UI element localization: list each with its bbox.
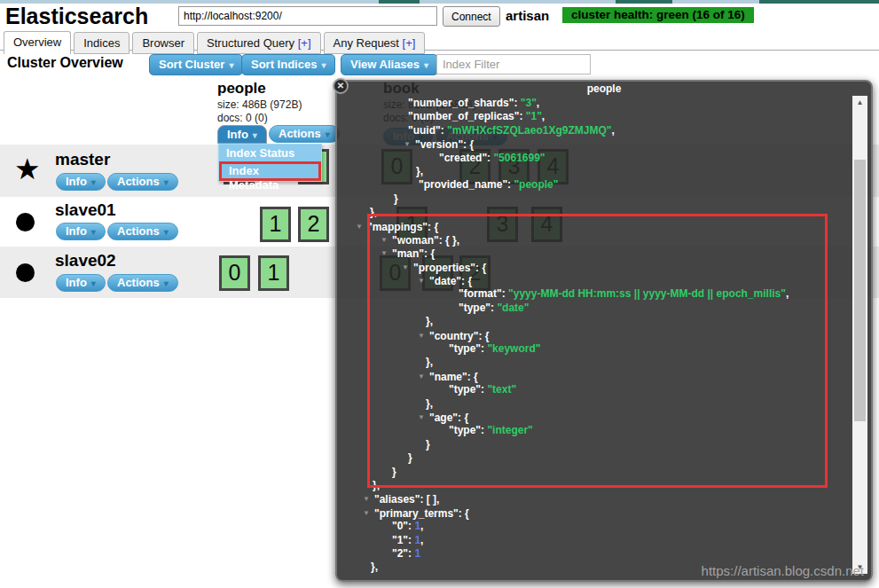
json-string: "people" bbox=[514, 178, 558, 191]
people-info-button[interactable]: Info▾ bbox=[217, 125, 267, 144]
strip-segment bbox=[759, 0, 879, 4]
chevron-down-icon: ▾ bbox=[253, 130, 257, 140]
json-line: "1": 1, bbox=[349, 534, 848, 547]
sort-indices-button[interactable]: Sort Indices▾ bbox=[241, 54, 335, 75]
json-text: } bbox=[408, 451, 412, 464]
tab-label: Overview bbox=[13, 35, 61, 49]
modal-scrollbar[interactable]: ▲ ▼ bbox=[852, 96, 867, 574]
collapse-arrow-icon[interactable]: ▼ bbox=[402, 261, 413, 274]
json-line: "type": "date" bbox=[349, 302, 848, 315]
tab-indices[interactable]: Indices bbox=[74, 32, 129, 54]
slave02-info-button[interactable]: Info▾ bbox=[56, 274, 106, 292]
json-line: }, bbox=[349, 315, 848, 328]
json-text: "version" bbox=[415, 138, 463, 151]
tab-label: Browser bbox=[142, 36, 184, 50]
json-line: }, bbox=[349, 479, 848, 492]
strip-segment bbox=[616, 0, 672, 4]
json-text: "type" bbox=[449, 342, 481, 355]
json-text: : { bbox=[478, 330, 489, 342]
connect-button[interactable]: Connect bbox=[443, 6, 500, 27]
shard-box-people-2[interactable]: 2 bbox=[298, 207, 329, 242]
page-title: Cluster Overview bbox=[7, 55, 123, 71]
json-line: ▼"primary_terms": { bbox=[349, 506, 848, 520]
node-name-slave01[interactable]: slave01 bbox=[55, 200, 116, 220]
info-dropdown-menu: Index Status Index Metadata bbox=[218, 144, 322, 182]
node-name-slave02[interactable]: slave02 bbox=[55, 251, 116, 270]
index-docs-people: docs: 0 (0) bbox=[217, 112, 268, 124]
collapse-arrow-icon[interactable]: ▼ bbox=[418, 370, 429, 383]
chevron-down-icon: ▾ bbox=[91, 177, 96, 187]
json-line: "2": 1 bbox=[349, 547, 848, 561]
modal-title: people bbox=[337, 82, 871, 95]
json-text: : { bbox=[461, 275, 472, 287]
actions-label: Actions bbox=[117, 224, 160, 238]
collapse-arrow-icon[interactable]: ▼ bbox=[365, 575, 376, 576]
node-name-master[interactable]: master bbox=[55, 150, 110, 169]
json-text: : { bbox=[458, 412, 468, 424]
json-string: "1" bbox=[526, 110, 542, 122]
tab-structured-query[interactable]: Structured Query [+] bbox=[197, 32, 320, 54]
json-string: "5061699" bbox=[493, 152, 545, 164]
tab-any-request[interactable]: Any Request [+] bbox=[324, 32, 426, 54]
master-actions-button[interactable]: Actions▾ bbox=[107, 173, 178, 191]
tab-overview[interactable]: Overview bbox=[4, 31, 71, 54]
json-line: "uuid": "mWHXcfSZQLaeo1Xg9ZMJMQ", bbox=[349, 124, 848, 137]
scrollbar-thumb[interactable] bbox=[854, 160, 866, 421]
tab-browser[interactable]: Browser bbox=[132, 32, 194, 54]
json-text: : { bbox=[428, 221, 438, 233]
collapse-arrow-icon[interactable]: ▼ bbox=[418, 274, 429, 287]
json-text: : { bbox=[463, 138, 474, 151]
json-line: ▼"date": { bbox=[349, 274, 848, 287]
json-line: "format": "yyyy-MM-dd HH:mm:ss || yyyy-M… bbox=[349, 287, 848, 301]
view-aliases-button[interactable]: View Aliases▾ bbox=[341, 54, 438, 75]
collapse-arrow-icon[interactable]: ▼ bbox=[381, 233, 392, 247]
json-line: }, bbox=[349, 206, 848, 219]
json-string: "keyword" bbox=[487, 342, 540, 355]
close-icon[interactable]: ✕ bbox=[333, 78, 349, 94]
json-line: "0": 1, bbox=[349, 520, 848, 533]
json-text: } bbox=[394, 192, 398, 205]
sort-cluster-button[interactable]: Sort Cluster▾ bbox=[149, 54, 243, 75]
collapse-arrow-icon[interactable]: ▼ bbox=[356, 220, 367, 233]
host-url-input[interactable] bbox=[178, 6, 437, 26]
json-text: "provided_name" bbox=[419, 178, 507, 191]
collapse-arrow-icon[interactable]: ▼ bbox=[363, 492, 374, 506]
shard-box-people-0[interactable]: 0 bbox=[219, 255, 250, 291]
index-size-people: size: 486B (972B) bbox=[217, 98, 302, 111]
slave01-info-button[interactable]: Info▾ bbox=[56, 223, 106, 240]
json-text: }, bbox=[371, 561, 378, 573]
json-text: : { }, bbox=[439, 234, 459, 247]
menu-item-index-status[interactable]: Index Status bbox=[219, 145, 321, 161]
slave02-actions-button[interactable]: Actions▾ bbox=[107, 274, 178, 292]
info-label: Info bbox=[66, 175, 87, 188]
menu-item-index-metadata[interactable]: Index Metadata bbox=[219, 161, 321, 181]
collapse-arrow-icon[interactable]: ▼ bbox=[381, 247, 392, 260]
index-filter-input[interactable] bbox=[436, 54, 591, 74]
json-string: "yyyy-MM-dd HH:mm:ss || yyyy-MM-dd || ep… bbox=[508, 287, 786, 300]
slave01-actions-button[interactable]: Actions▾ bbox=[107, 223, 178, 240]
json-text: "2" bbox=[392, 547, 408, 560]
json-text: "uuid" bbox=[408, 124, 441, 137]
collapse-arrow-icon[interactable]: ▼ bbox=[404, 137, 415, 151]
json-text: "mappings" bbox=[367, 221, 428, 233]
collapse-arrow-icon[interactable]: ▼ bbox=[418, 329, 429, 342]
collapse-arrow-icon[interactable]: ▼ bbox=[363, 506, 374, 520]
json-text: : { bbox=[459, 507, 469, 520]
json-line: } bbox=[349, 438, 848, 451]
index-metadata-modal: ✕ people "number_of_shards": "3","number… bbox=[335, 80, 873, 582]
chevron-down-icon: ▾ bbox=[91, 227, 96, 237]
index-title-people[interactable]: people bbox=[217, 80, 266, 98]
collapse-arrow-icon[interactable]: ▼ bbox=[418, 411, 429, 424]
json-line: ▼"woman": { }, bbox=[349, 233, 848, 247]
people-actions-button[interactable]: Actions▾ bbox=[269, 125, 340, 143]
tab-label: Structured Query bbox=[207, 36, 294, 50]
json-line: }, bbox=[349, 397, 848, 411]
tab-label: Any Request bbox=[334, 36, 399, 50]
shard-box-people-1[interactable]: 1 bbox=[260, 207, 291, 242]
info-label: Info bbox=[66, 224, 87, 238]
shard-box-people-1[interactable]: 1 bbox=[258, 255, 289, 291]
master-info-button[interactable]: Info▾ bbox=[56, 173, 106, 191]
scroll-up-icon[interactable]: ▲ bbox=[852, 98, 867, 106]
json-text: : bbox=[519, 110, 525, 122]
json-line: "number_of_replicas": "1", bbox=[349, 110, 848, 123]
